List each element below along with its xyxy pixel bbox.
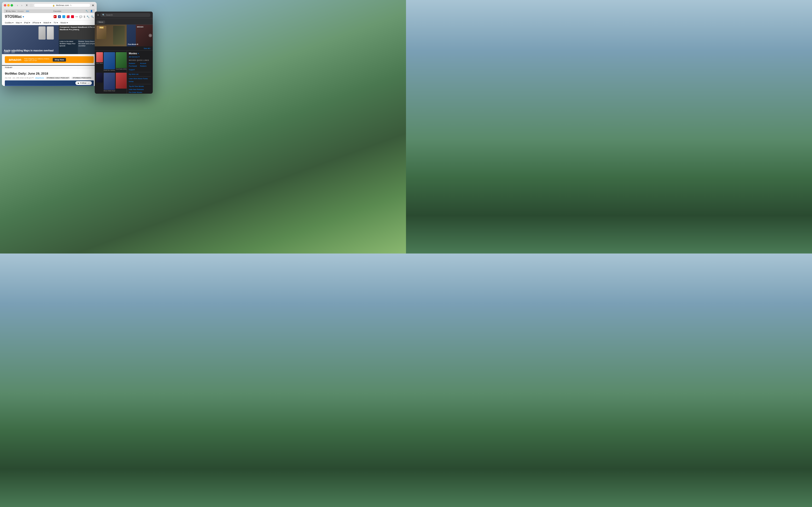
hero-phones [39, 26, 54, 40]
movies-sidebar: Movies ▾ All Genres ▾ MOVIES QUICK LINKS… [126, 51, 153, 94]
pinterest-icon[interactable] [71, 15, 74, 18]
itunes-titlebar: ≡ 🔍 Search [95, 12, 153, 18]
nav-item-tv[interactable]: TV▾ [54, 21, 58, 24]
logo-dropdown[interactable]: ▾ [23, 15, 24, 18]
avatar-icon[interactable]: 👤 [90, 10, 93, 12]
itunes-main: Love, Simon Pacific Rim: Uprising Tomb R… [95, 51, 153, 94]
nav-item-ipad[interactable]: iPad▾ [24, 21, 30, 24]
facebook-icon[interactable]: f [58, 15, 61, 18]
podcast-label: Listen to the latest 9to5Mac Happy Hour … [59, 40, 77, 47]
woman-walks-label: Woman Walks Ahead [104, 90, 115, 92]
hero-left[interactable]: Current New Apple rebuilding Maps in mas… [2, 25, 59, 54]
love-simon-label: Love, Simon [96, 62, 103, 64]
quick-link-indie[interactable]: Indie New Releases [129, 88, 151, 91]
nav-item-watch[interactable]: Watch▾ [44, 21, 51, 24]
nav-item-mac[interactable]: Mac▾ [16, 21, 22, 24]
search-icon[interactable]: 🔍 [91, 15, 94, 18]
quick-links-title: MOVIES QUICK LINKS [129, 59, 151, 61]
quick-link-preorder[interactable]: Pre-Order Movies [129, 91, 151, 94]
quick-link-my-wish-list[interactable]: My Wish List [129, 73, 151, 75]
movies-title: Movies [129, 52, 137, 55]
extension-icon[interactable]: 🔧 [86, 10, 88, 12]
hero-top-right-article[interactable]: Compared: Huawei MateBook X Pro vs MacBo… [59, 25, 97, 40]
maximize-button[interactable] [11, 4, 13, 6]
dogs-label: Dogs [99, 26, 104, 29]
instagram-icon[interactable] [67, 15, 69, 18]
movie-item-4[interactable] [96, 73, 103, 93]
quick-link-top-all-time[interactable]: Top All-Time Movies [129, 85, 151, 88]
share-icon[interactable]: ⬆ [25, 4, 29, 7]
featured-right[interactable]: MISSIC › Five-Movie B [126, 24, 153, 46]
more-icon[interactable]: ••• [75, 15, 78, 18]
follow-more-icon[interactable]: ••• [88, 82, 89, 84]
hero-bottom-right: Listen to the latest 9to5Mac Happy Hour … [59, 40, 97, 54]
follow-icon: ▶ [78, 82, 79, 84]
current-tab[interactable]: Current [4, 51, 9, 53]
dollar-icon[interactable]: $ [84, 15, 85, 18]
itunes-menu-icon[interactable]: ≡ [97, 13, 99, 17]
nav-item-iphone[interactable]: StoreiPhone▾ [33, 21, 41, 24]
nav-item-music[interactable]: Music▾ [60, 21, 68, 24]
new-tab[interactable]: New [11, 51, 15, 53]
article-tag-1[interactable]: 9TO5MAC DAILY PODCAST [46, 77, 70, 79]
traffic-lights [4, 4, 13, 6]
article-twitter[interactable]: @apollozac [35, 77, 44, 79]
genres-dropdown[interactable]: All Genres ▾ [129, 56, 151, 58]
movie-item-6[interactable] [116, 73, 126, 93]
movie-4-poster [96, 73, 103, 83]
settings-icon[interactable]: 🔧 [87, 15, 89, 18]
movies-dropdown[interactable]: ▾ [138, 52, 139, 55]
follow-bar[interactable]: ▶ Follow ••• [75, 81, 92, 85]
quick-link-support[interactable]: Support [129, 68, 151, 71]
featured-nav-button[interactable]: › [149, 34, 152, 37]
movies-header: Movies ▾ [129, 52, 151, 55]
new-tab-icon[interactable]: ⊕ [91, 4, 95, 7]
movie-item-pacific-rim[interactable]: Pacific Rim: Uprising [104, 52, 115, 72]
movie-item-love-simon[interactable]: Love, Simon [96, 52, 103, 72]
twitter-icon[interactable]: 🐦 [62, 15, 65, 18]
quick-link-learn-more[interactable]: Learn More About iTunes Extras [129, 77, 151, 83]
chat-icon[interactable]: 💬 [79, 15, 82, 18]
address-bar[interactable]: 🔒 9to5mac.com ↻ [34, 3, 90, 7]
minimize-button[interactable] [7, 4, 10, 6]
quick-link-send-gift[interactable]: Redeem [140, 65, 151, 67]
article-meta: Zac Hall Jun. 29th 2018 12:46 pm PT @apo… [5, 77, 94, 79]
thumb-cars [5, 85, 94, 86]
pacific-rim-label: Pacific Rim: Uprising [104, 69, 115, 71]
movie-6-poster [116, 73, 126, 89]
back-button[interactable]: ‹ [15, 3, 19, 7]
forward-button[interactable]: › [20, 3, 24, 7]
hero-podcast-article[interactable]: Listen to the latest 9to5Mac Happy Hour … [59, 40, 78, 54]
url-text: 9to5mac.com [56, 4, 69, 6]
movie-item-woman-walks[interactable]: Woman Walks Ahead [104, 73, 115, 93]
youtube-icon[interactable]: ▶ [54, 15, 57, 18]
reader-label[interactable]: Reader [18, 10, 24, 12]
quick-links-grid: Redeem Purchased Account Redeem [129, 62, 151, 67]
nav-item-guides[interactable]: Guides▾ [5, 21, 13, 24]
article-title[interactable]: 9to5Mac Daily: June 29, 2018 [5, 72, 94, 76]
blog-header: 9TO5Mac ▾ ▶ f 🐦 ••• 💬 $ 🔧 🔍 [2, 13, 97, 20]
itunes-search[interactable]: 🔍 Search [100, 13, 150, 17]
quick-link-account[interactable]: Account [140, 62, 151, 65]
article-tag-2[interactable]: 9TO5MAC PODCASTS [71, 77, 92, 79]
close-button[interactable] [4, 4, 6, 6]
bookmark-icon[interactable] [30, 4, 33, 7]
hero-review-article[interactable]: Review: Sonos Beam, the smart and compac… [78, 40, 97, 54]
quick-link-purchased[interactable]: Purchased [129, 65, 140, 67]
safari-window: ‹ › ⬆ 🔒 9to5mac.com ↻ ⊕ ⊞ My Sites Reade… [2, 2, 97, 86]
see-all-link[interactable]: See All › [144, 47, 151, 50]
shop-now-button[interactable]: Shop Now [53, 58, 66, 62]
five-movie-label: Five-Movie B [128, 44, 138, 45]
see-all-bar: See All › [95, 46, 153, 51]
amazon-ad[interactable]: amazon Free shipping on millions of item… [5, 56, 94, 63]
store-button[interactable]: Store [97, 20, 105, 24]
dogs-poster: Dogs [97, 26, 106, 39]
movie-item-tomb-raider[interactable]: Tomb Raider (2018) [116, 52, 126, 72]
quick-link-redeem[interactable]: Redeem [129, 62, 140, 65]
blog-icons: ▶ f 🐦 ••• 💬 $ 🔧 🔍 [54, 15, 94, 18]
article-date: Jun. 29th 2018 12:46 pm PT [12, 77, 34, 79]
itunes-featured: Dogs MISSIC › Five-Movie B [95, 24, 153, 46]
featured-left[interactable]: Dogs [95, 24, 126, 46]
search-icon: 🔍 [102, 14, 105, 16]
blog-logo: 9TO5Mac ▾ [5, 14, 24, 19]
